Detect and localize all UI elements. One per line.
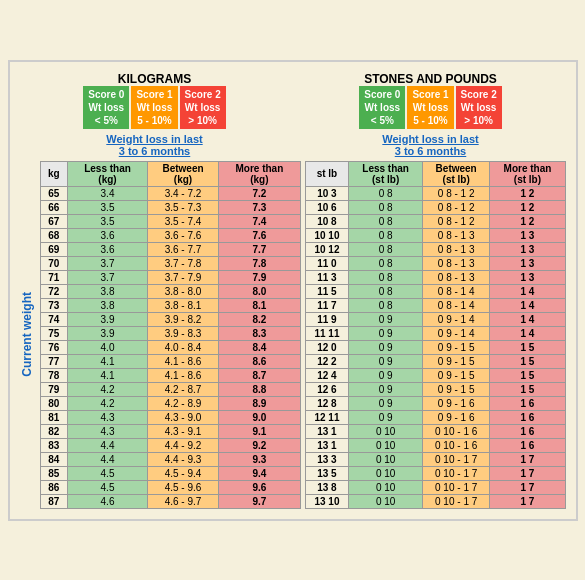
score-2-kg: Score 2Wt loss> 10% [180,86,226,129]
table-row: 743.93.9 - 8.28.2 [40,312,300,326]
table-row: 13 30 100 10 - 1 71 7 [305,452,565,466]
sp-legend: STONES AND POUNDS Score 0Wt loss< 5% Sco… [296,72,566,131]
table-row: 12 00 90 9 - 1 51 5 [305,340,565,354]
sp-col-more: More than(st lb) [490,161,565,186]
table-row: 11 00 80 8 - 1 31 3 [305,256,565,270]
table-row: 814.34.3 - 9.09.0 [40,410,300,424]
table-row: 844.44.4 - 9.39.3 [40,452,300,466]
sp-table-section: st lb Less than(st lb) Between(st lb) Mo… [305,161,566,509]
table-row: 824.34.3 - 9.19.1 [40,424,300,438]
table-row: 12 40 90 9 - 1 51 5 [305,368,565,382]
table-row: 13 10 100 10 - 1 61 6 [305,438,565,452]
table-row: 784.14.1 - 8.68.7 [40,368,300,382]
sp-title: STONES AND POUNDS [296,72,566,86]
main-container: KILOGRAMS Score 0Wt loss< 5% Score 1Wt l… [8,60,578,521]
kg-subtitle: Weight loss in last3 to 6 months [20,133,290,157]
table-row: 12 20 90 9 - 1 51 5 [305,354,565,368]
table-row: 653.43.4 - 7.27.2 [40,186,300,200]
score-1-sp: Score 1Wt loss5 - 10% [407,86,453,129]
table-row: 834.44.4 - 9.29.2 [40,438,300,452]
sp-subtitle: Weight loss in last3 to 6 months [296,133,566,157]
table-row: 774.14.1 - 8.68.6 [40,354,300,368]
table-row: 764.04.0 - 8.48.4 [40,340,300,354]
table-row: 683.63.6 - 7.67.6 [40,228,300,242]
sp-score-line: Score 0Wt loss< 5% Score 1Wt loss5 - 10%… [296,86,566,129]
table-row: 10 80 80 8 - 1 21 2 [305,214,565,228]
kg-title: KILOGRAMS [20,72,290,86]
table-row: 11 50 80 8 - 1 41 4 [305,284,565,298]
table-row: 13 80 100 10 - 1 71 7 [305,480,565,494]
table-row: 864.54.5 - 9.69.6 [40,480,300,494]
table-row: 10 100 80 8 - 1 31 3 [305,228,565,242]
table-row: 11 90 90 9 - 1 41 4 [305,312,565,326]
vertical-label: Current weight [20,292,34,377]
sp-col-between: Between(st lb) [422,161,489,186]
score-0-kg: Score 0Wt loss< 5% [83,86,129,129]
table-row: 10 120 80 8 - 1 31 3 [305,242,565,256]
kg-table-section: kg Less than(kg) Between(kg) More than(k… [40,161,301,509]
kg-col-more: More than(kg) [219,161,300,186]
table-row: 693.63.6 - 7.77.7 [40,242,300,256]
table-row: 10 30 80 8 - 1 21 2 [305,186,565,200]
kg-score-line: Score 0Wt loss< 5% Score 1Wt loss5 - 10%… [20,86,290,129]
legend-section: KILOGRAMS Score 0Wt loss< 5% Score 1Wt l… [20,72,566,131]
table-row: 854.54.5 - 9.49.4 [40,466,300,480]
table-row: 13 10 100 10 - 1 61 6 [305,424,565,438]
sp-col-unit: st lb [305,161,349,186]
table-row: 11 30 80 8 - 1 31 3 [305,270,565,284]
tables-container: Current weight kg Less than(kg) Between(… [20,161,566,509]
table-row: 874.64.6 - 9.79.7 [40,494,300,508]
table-row: 713.73.7 - 7.97.9 [40,270,300,284]
table-row: 794.24.2 - 8.78.8 [40,382,300,396]
table-row: 753.93.9 - 8.38.3 [40,326,300,340]
table-row: 733.83.8 - 8.18.1 [40,298,300,312]
vertical-label-wrapper: Current weight [20,161,34,509]
kg-col-less: Less than(kg) [68,161,148,186]
score-2-sp: Score 2Wt loss> 10% [456,86,502,129]
table-row: 663.53.5 - 7.37.3 [40,200,300,214]
table-row: 13 100 100 10 - 1 71 7 [305,494,565,508]
table-row: 12 80 90 9 - 1 61 6 [305,396,565,410]
sp-table: st lb Less than(st lb) Between(st lb) Mo… [305,161,566,509]
score-0-sp: Score 0Wt loss< 5% [359,86,405,129]
table-row: 12 60 90 9 - 1 51 5 [305,382,565,396]
kg-col-between: Between(kg) [147,161,218,186]
table-row: 673.53.5 - 7.47.4 [40,214,300,228]
table-row: 12 110 90 9 - 1 61 6 [305,410,565,424]
score-1-kg: Score 1Wt loss5 - 10% [131,86,177,129]
sp-col-less: Less than(st lb) [349,161,423,186]
table-row: 11 110 90 9 - 1 41 4 [305,326,565,340]
table-row: 10 60 80 8 - 1 21 2 [305,200,565,214]
kg-table: kg Less than(kg) Between(kg) More than(k… [40,161,301,509]
table-row: 13 50 100 10 - 1 71 7 [305,466,565,480]
table-row: 703.73.7 - 7.87.8 [40,256,300,270]
table-row: 804.24.2 - 8.98.9 [40,396,300,410]
kg-legend: KILOGRAMS Score 0Wt loss< 5% Score 1Wt l… [20,72,290,131]
table-row: 723.83.8 - 8.08.0 [40,284,300,298]
table-row: 11 70 80 8 - 1 41 4 [305,298,565,312]
kg-col-unit: kg [40,161,68,186]
